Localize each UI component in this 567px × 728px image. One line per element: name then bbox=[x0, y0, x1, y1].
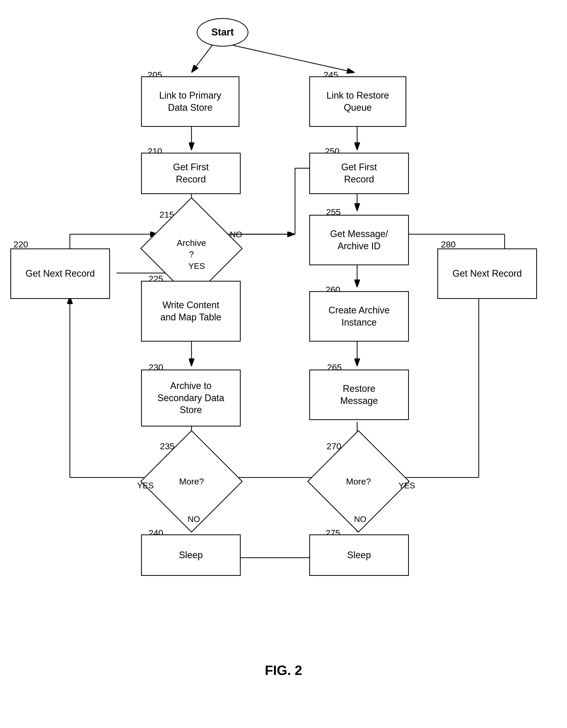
node-245: Link to RestoreQueue bbox=[309, 76, 406, 127]
label-215-no: NO bbox=[230, 230, 242, 239]
node-260: Create ArchiveInstance bbox=[309, 291, 409, 342]
start-node: Start bbox=[197, 18, 248, 47]
svg-line-2 bbox=[233, 45, 355, 72]
node-265: RestoreMessage bbox=[309, 370, 409, 420]
node-280: Get Next Record bbox=[437, 248, 537, 299]
node-205: Link to PrimaryData Store bbox=[141, 76, 239, 127]
label-235-yes: YES bbox=[137, 481, 154, 490]
node-220: Get Next Record bbox=[10, 248, 110, 299]
flowchart-diagram: Start 205 Link to PrimaryData Store 245 … bbox=[0, 0, 567, 699]
svg-line-1 bbox=[192, 45, 212, 72]
label-220: 220 bbox=[13, 239, 28, 249]
node-250: Get FirstRecord bbox=[309, 153, 409, 194]
figure-caption: FIG. 2 bbox=[0, 663, 567, 678]
node-210: Get FirstRecord bbox=[141, 153, 241, 194]
label-270-no: NO bbox=[354, 514, 366, 524]
label-235-no: NO bbox=[188, 514, 200, 524]
label-270-yes: YES bbox=[399, 481, 415, 490]
node-225: Write Contentand Map Table bbox=[141, 281, 241, 342]
node-240: Sleep bbox=[141, 534, 241, 576]
label-215-yes: YES bbox=[188, 261, 205, 271]
arrows-layer bbox=[0, 0, 567, 699]
node-255: Get Message/Archive ID bbox=[309, 215, 409, 265]
label-280: 280 bbox=[441, 239, 456, 249]
node-230: Archive toSecondary DataStore bbox=[141, 370, 241, 426]
node-275: Sleep bbox=[309, 534, 409, 576]
